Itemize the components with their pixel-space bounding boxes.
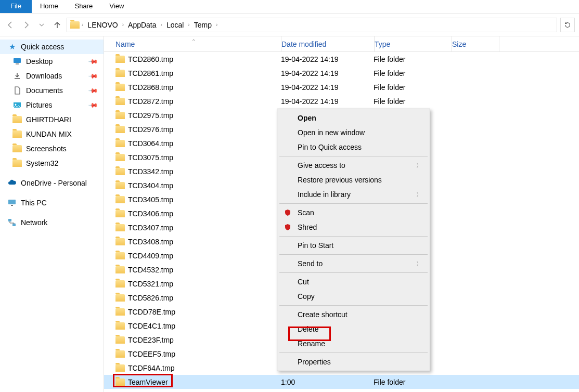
ribbon-tab-home[interactable]: Home (32, 0, 67, 13)
file-name: TCD4532.tmp (128, 266, 173, 274)
sidebar-item-folder[interactable]: KUNDAN MIX (0, 127, 104, 141)
nav-back-icon[interactable] (4, 19, 17, 31)
sidebar-onedrive[interactable]: OneDrive - Personal (0, 176, 104, 190)
file-name: TCDEEF5.tmp (128, 350, 175, 358)
pc-icon (7, 198, 17, 207)
ctx-include-in-library[interactable]: Include in library〉 (279, 187, 428, 202)
sidebar-this-pc[interactable]: This PC (0, 195, 104, 210)
file-type: File folder (374, 55, 451, 63)
sort-ascending-icon: ⌃ (191, 38, 196, 44)
ctx-rename[interactable]: Rename (279, 336, 428, 351)
file-name: TCDE4C1.tmp (128, 322, 175, 330)
file-row[interactable]: TCD2868.tmp19-04-2022 14:19File folder (104, 80, 579, 94)
ribbon-tab-share[interactable]: Share (67, 0, 101, 13)
nav-tree: ★ Quick access Desktop 📌 Downloads 📌 Doc… (0, 36, 104, 392)
nav-forward-icon[interactable] (20, 19, 32, 31)
ctx-scan[interactable]: Scan (279, 205, 428, 220)
sidebar-label: Pictures (26, 101, 53, 109)
ctx-create-shortcut[interactable]: Create shortcut (279, 307, 428, 322)
ctx-open-new-window[interactable]: Open in new window (279, 125, 428, 140)
breadcrumb[interactable]: › LENOVO › AppData › Local › Temp › (67, 18, 557, 32)
file-name: TCDD78E.tmp (128, 308, 175, 316)
breadcrumb-part[interactable]: LENOVO (85, 21, 120, 29)
ctx-give-access-to[interactable]: Give access to〉 (279, 158, 428, 173)
sidebar-item-folder[interactable]: System32 (0, 156, 104, 171)
file-name: TCD3404.tmp (128, 181, 173, 190)
ctx-label: Scan (298, 208, 314, 217)
folder-icon (115, 364, 125, 372)
sidebar-network[interactable]: Network (0, 215, 104, 230)
file-row[interactable]: TCD2872.tmp19-04-2022 14:19File folder (104, 94, 579, 108)
folder-icon (115, 182, 125, 189)
chevron-right-icon[interactable]: › (161, 22, 162, 28)
chevron-right-icon[interactable]: › (122, 22, 124, 28)
ctx-delete[interactable]: Delete (279, 322, 428, 336)
ctx-properties[interactable]: Properties (279, 355, 428, 369)
folder-icon (115, 84, 125, 91)
ctx-open[interactable]: Open (279, 111, 428, 125)
sidebar-label: Downloads (26, 72, 62, 80)
ribbon-tab-view[interactable]: View (101, 0, 132, 13)
file-date: 19-04-2022 14:19 (281, 55, 374, 63)
file-row[interactable]: TCD2861.tmp19-04-2022 14:19File folder (104, 66, 579, 80)
svg-point-3 (15, 104, 17, 106)
folder-icon (115, 112, 125, 119)
sidebar-label: Documents (26, 86, 63, 95)
file-name: TCD3406.tmp (128, 210, 173, 218)
file-name: TCD3405.tmp (128, 195, 173, 204)
folder-icon (115, 140, 125, 147)
column-header-size[interactable]: Size (452, 40, 499, 48)
ctx-shred[interactable]: Shred (279, 220, 428, 234)
file-row[interactable]: TeamViewer1:00File folder (104, 375, 579, 389)
nav-recent-dropdown-icon[interactable] (35, 19, 48, 31)
ctx-label: Give access to (298, 161, 345, 169)
folder-icon (115, 210, 125, 217)
chevron-right-icon: 〉 (416, 191, 422, 199)
breadcrumb-part[interactable]: Local (164, 21, 186, 29)
column-header-date[interactable]: Date modified (281, 40, 374, 48)
file-type: File folder (374, 69, 451, 77)
ribbon-tabs: File Home Share View (0, 0, 579, 14)
sidebar-documents[interactable]: Documents 📌 (0, 83, 104, 98)
file-name: TCD2872.tmp (128, 97, 173, 106)
column-header-type[interactable]: Type (375, 40, 452, 48)
file-name: TCD3075.tmp (128, 153, 173, 162)
file-row[interactable]: TCD2860.tmp19-04-2022 14:19File folder (104, 52, 579, 66)
column-header-name[interactable]: Name ⌃ (113, 40, 281, 48)
sidebar-pictures[interactable]: Pictures 📌 (0, 98, 104, 112)
chevron-right-icon[interactable]: › (188, 22, 189, 28)
folder-icon (115, 336, 125, 344)
svg-rect-7 (12, 224, 16, 226)
sidebar-label: System32 (26, 159, 58, 167)
ctx-send-to[interactable]: Send to〉 (279, 256, 428, 271)
sidebar-quick-access[interactable]: ★ Quick access (0, 40, 104, 54)
folder-icon (115, 350, 125, 358)
nav-up-icon[interactable] (51, 19, 63, 31)
ctx-pin-to-start[interactable]: Pin to Start (279, 238, 428, 253)
sidebar-desktop[interactable]: Desktop 📌 (0, 54, 104, 69)
file-name: TCD4409.tmp (128, 252, 173, 260)
sidebar-downloads[interactable]: Downloads 📌 (0, 69, 104, 83)
pictures-icon (12, 100, 22, 110)
chevron-right-icon[interactable]: › (216, 22, 217, 28)
nav-refresh-icon[interactable] (560, 18, 575, 32)
folder-icon (115, 98, 125, 105)
column-label: Name (115, 40, 135, 48)
breadcrumb-part[interactable]: Temp (192, 21, 214, 29)
folder-icon (115, 238, 125, 245)
ctx-pin-quick-access[interactable]: Pin to Quick access (279, 140, 428, 154)
folder-icon (115, 70, 125, 77)
file-date: 1:00 (281, 378, 374, 386)
context-menu: Open Open in new window Pin to Quick acc… (277, 109, 430, 371)
breadcrumb-part[interactable]: AppData (126, 21, 158, 29)
chevron-right-icon[interactable]: › (82, 22, 83, 28)
ctx-label: Send to (298, 259, 323, 268)
sidebar-item-folder[interactable]: GHIRTDHARI (0, 112, 104, 127)
ribbon-tab-file[interactable]: File (0, 0, 32, 13)
folder-icon (115, 56, 125, 63)
folder-icon (12, 129, 22, 139)
sidebar-item-folder[interactable]: Screenshots (0, 141, 104, 156)
ctx-copy[interactable]: Copy (279, 289, 428, 304)
ctx-cut[interactable]: Cut (279, 275, 428, 289)
ctx-restore-previous[interactable]: Restore previous versions (279, 173, 428, 187)
